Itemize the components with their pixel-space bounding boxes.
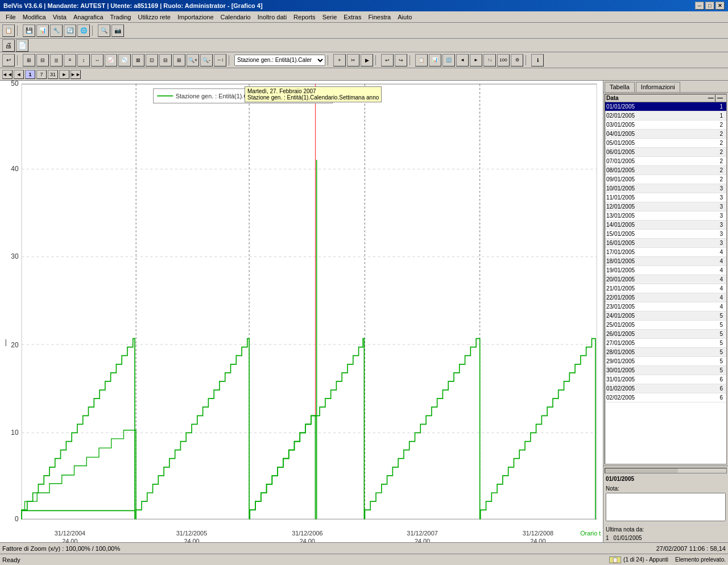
menu-inoltro-dati[interactable]: Inoltro dati: [254, 13, 290, 22]
table-row[interactable]: 29/01/20055: [605, 357, 726, 366]
ct-btn-f[interactable]: 📉: [118, 54, 131, 67]
ct-btn-o[interactable]: ✂: [347, 54, 359, 67]
ct-btn-b[interactable]: ≡: [64, 54, 76, 67]
table-row[interactable]: 18/01/20054: [605, 257, 726, 266]
table-row[interactable]: 19/01/20054: [605, 266, 726, 275]
table-row[interactable]: 11/01/20053: [605, 193, 726, 202]
nota-textarea[interactable]: [606, 493, 726, 521]
menu-utilizzo-rete[interactable]: Utilizzo rete: [134, 13, 173, 22]
table-row[interactable]: 12/01/20053: [605, 202, 726, 211]
tab-tabella[interactable]: Tabella: [605, 82, 635, 92]
close-button[interactable]: ✕: [715, 2, 725, 10]
table-row[interactable]: 22/01/20054: [605, 293, 726, 302]
ct-btn-h[interactable]: ⊡: [146, 54, 158, 67]
table-row[interactable]: 04/01/20052: [605, 130, 726, 139]
nav-31[interactable]: 31: [48, 70, 58, 79]
table-row[interactable]: 01/02/20056: [605, 384, 726, 393]
tb-print2[interactable]: 📄: [16, 39, 28, 52]
nav-7[interactable]: 7: [36, 70, 47, 79]
ct-btn-r[interactable]: 📊: [429, 54, 441, 67]
menu-reports[interactable]: Reports: [290, 13, 319, 22]
horizontal-scrollbar[interactable]: [603, 466, 728, 475]
table-row[interactable]: 03/01/20052: [605, 121, 726, 130]
nav-next[interactable]: ►: [59, 70, 69, 79]
table-row[interactable]: 08/01/20052: [605, 166, 726, 175]
table-row[interactable]: 25/01/20055: [605, 321, 726, 330]
nav-last[interactable]: ►►: [71, 70, 81, 79]
station-dropdown[interactable]: Stazione gen.: Entità(1).Caler: [234, 55, 325, 66]
ct-btn-y[interactable]: ℹ: [531, 54, 544, 67]
table-row[interactable]: 15/01/20053: [605, 230, 726, 239]
ct-btn-s[interactable]: 🔢: [442, 54, 455, 67]
ct-btn-m[interactable]: ↔↕: [214, 54, 226, 67]
ct-btn-redo[interactable]: ↪: [395, 54, 407, 67]
ct-btn-v[interactable]: ↑↓: [483, 54, 496, 67]
ct-btn-q[interactable]: 📋: [415, 54, 428, 67]
ct-btn-e[interactable]: 📈: [105, 54, 117, 67]
table-row[interactable]: 24/01/20055: [605, 311, 726, 321]
table-row[interactable]: 17/01/20054: [605, 248, 726, 257]
menu-calendario[interactable]: Calendario: [217, 13, 254, 22]
ct-btn-g[interactable]: ⊠: [132, 54, 144, 67]
menu-serie[interactable]: Serie: [319, 13, 341, 22]
table-row[interactable]: 02/01/20051: [605, 111, 726, 121]
tb-btn-7[interactable]: 🔍: [98, 24, 110, 37]
table-row[interactable]: 07/01/20052: [605, 157, 726, 166]
table-row[interactable]: 30/01/20055: [605, 366, 726, 375]
tb-print[interactable]: 🖨: [2, 39, 15, 52]
table-row[interactable]: 26/01/20055: [605, 330, 726, 339]
menu-aiuto[interactable]: Aiuto: [394, 13, 415, 22]
menu-finestra[interactable]: Finestra: [365, 13, 395, 22]
table-row[interactable]: 16/01/20053: [605, 239, 726, 248]
menu-file[interactable]: File: [2, 13, 19, 22]
table-row[interactable]: 23/01/20054: [605, 302, 726, 311]
tb-btn-5[interactable]: 🔄: [64, 24, 76, 37]
restore-button[interactable]: □: [705, 2, 714, 10]
minimize-button[interactable]: ─: [695, 2, 704, 10]
ct-btn-p[interactable]: ▶: [361, 54, 373, 67]
ct-btn-a[interactable]: |||: [50, 54, 63, 67]
table-row[interactable]: 01/01/20051: [605, 102, 726, 111]
table-row[interactable]: 06/01/20052: [605, 148, 726, 157]
tb-btn-6[interactable]: 🌐: [77, 24, 90, 37]
ct-btn-j[interactable]: ⊞: [173, 54, 185, 67]
table-row[interactable]: 13/01/20053: [605, 211, 726, 221]
table-row[interactable]: 21/01/20054: [605, 284, 726, 293]
table-row[interactable]: 27/01/20055: [605, 339, 726, 348]
table-row[interactable]: 02/02/20056: [605, 393, 726, 402]
nav-first[interactable]: ◄◄: [2, 70, 13, 79]
tb-btn-2[interactable]: 💾: [23, 24, 35, 37]
ct-btn-k[interactable]: 🔍+: [187, 54, 199, 67]
ct-btn-n[interactable]: +: [333, 54, 346, 67]
ct-btn-back[interactable]: ↩: [2, 54, 15, 67]
table-row[interactable]: 31/01/20056: [605, 375, 726, 384]
ct-btn-l[interactable]: 🔍-: [200, 54, 213, 67]
table-row[interactable]: 09/01/20052: [605, 175, 726, 184]
nav-1[interactable]: 1: [25, 70, 35, 79]
table-row[interactable]: 20/01/20054: [605, 275, 726, 284]
ct-btn-undo[interactable]: ↩: [381, 54, 394, 67]
ct-btn-u[interactable]: ►: [470, 54, 482, 67]
ct-btn-w[interactable]: 100: [497, 54, 510, 67]
tb-btn-1[interactable]: 📋: [2, 24, 15, 37]
table-row[interactable]: 28/01/20055: [605, 348, 726, 357]
nav-prev[interactable]: ◄: [14, 70, 24, 79]
table-row[interactable]: 10/01/20053: [605, 184, 726, 193]
menu-vista[interactable]: Vista: [49, 13, 70, 22]
table-row[interactable]: 14/01/20053: [605, 221, 726, 230]
table-row[interactable]: 05/01/20052: [605, 139, 726, 148]
menu-modifica[interactable]: Modifica: [19, 13, 49, 22]
ct-btn-x[interactable]: ⚙: [511, 54, 523, 67]
ct-btn-i[interactable]: ⊟: [159, 54, 172, 67]
tab-informazioni[interactable]: Informazioni: [636, 82, 680, 92]
ct-btn-t[interactable]: ◄: [456, 54, 469, 67]
menu-trading[interactable]: Trading: [107, 13, 135, 22]
ct-btn-zoom-out[interactable]: ⊟: [36, 54, 49, 67]
ct-btn-d[interactable]: ↔: [91, 54, 104, 67]
ct-btn-zoom-in[interactable]: ⊞: [23, 54, 35, 67]
tb-btn-4[interactable]: 🔧: [50, 24, 63, 37]
menu-extras[interactable]: Extras: [340, 13, 365, 22]
tb-btn-8[interactable]: 📷: [111, 24, 124, 37]
tb-btn-3[interactable]: 📊: [36, 24, 49, 37]
menu-anagrafica[interactable]: Anagrafica: [70, 13, 107, 22]
